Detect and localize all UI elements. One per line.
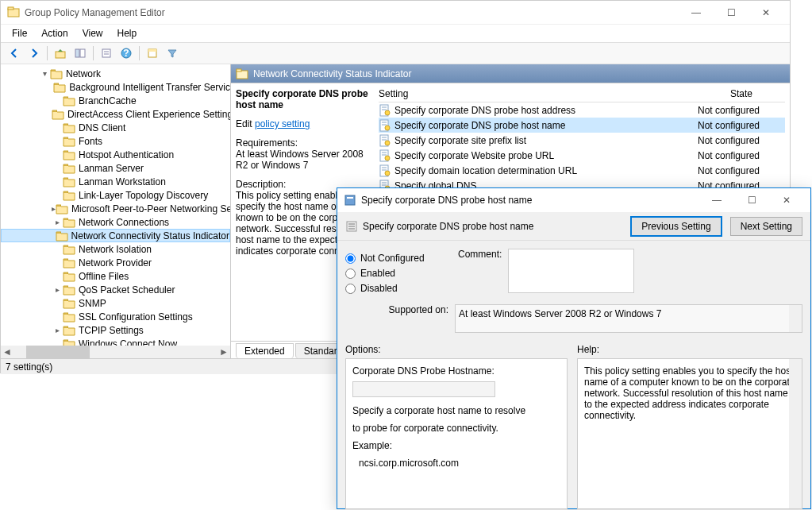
tree-item[interactable]: ▸Network Connections bbox=[1, 215, 230, 229]
comment-label: Comment: bbox=[458, 249, 502, 298]
show-hide-button[interactable] bbox=[71, 44, 89, 62]
svg-rect-2 bbox=[56, 52, 65, 58]
tree-item[interactable]: DNS Client bbox=[1, 121, 230, 134]
tree-item[interactable]: Link-Layer Topology Discovery bbox=[1, 188, 230, 202]
tree-item[interactable]: ▸Microsoft Peer-to-Peer Networking Se bbox=[1, 202, 230, 215]
scroll-left-icon[interactable]: ◄ bbox=[1, 346, 13, 358]
minimize-button[interactable]: — bbox=[679, 1, 714, 25]
grid-row[interactable]: Specify corporate DNS probe host nameNot… bbox=[379, 118, 785, 133]
tree-item[interactable]: SNMP bbox=[1, 296, 230, 310]
tree-root[interactable]: ▾Network bbox=[1, 67, 230, 80]
tree-scrollbar-h[interactable]: ◄ ► bbox=[1, 346, 230, 358]
scroll-thumb[interactable] bbox=[26, 346, 90, 358]
options-label: Options: bbox=[345, 344, 568, 355]
tree-item[interactable]: Background Intelligent Transfer Servic bbox=[1, 80, 230, 94]
svg-text:?: ? bbox=[123, 48, 129, 59]
svg-rect-5 bbox=[102, 49, 110, 57]
help-text: This policy setting enables you to speci… bbox=[584, 365, 795, 421]
radio-not-configured[interactable]: Not Configured bbox=[345, 253, 448, 264]
help-button[interactable]: ? bbox=[117, 44, 135, 62]
radio-disabled[interactable]: Disabled bbox=[345, 283, 448, 294]
tree-item[interactable]: Fonts bbox=[1, 134, 230, 148]
all-settings-button[interactable] bbox=[144, 44, 161, 62]
dialog-close-button[interactable]: ✕ bbox=[769, 188, 804, 212]
previous-setting-button[interactable]: Previous Setting bbox=[630, 216, 722, 237]
toolbar: ? bbox=[1, 42, 790, 64]
back-button[interactable] bbox=[6, 44, 23, 62]
forward-button[interactable] bbox=[25, 44, 43, 62]
filter-button[interactable] bbox=[164, 44, 181, 62]
tab-extended[interactable]: Extended bbox=[236, 343, 294, 358]
tree-item[interactable]: BranchCache bbox=[1, 94, 230, 107]
policy-dialog: Specify corporate DNS probe host name — … bbox=[337, 187, 811, 509]
grid-row[interactable]: Specify corporate site prefix listNot co… bbox=[379, 133, 785, 148]
svg-rect-1 bbox=[8, 7, 13, 10]
supported-scrollbar[interactable] bbox=[789, 305, 802, 332]
dialog-titlebar: Specify corporate DNS probe host name — … bbox=[337, 188, 810, 212]
comment-textarea[interactable] bbox=[508, 249, 634, 293]
svg-rect-43 bbox=[347, 197, 353, 199]
help-box: This policy setting enables you to speci… bbox=[577, 358, 802, 509]
col-state[interactable]: State bbox=[698, 88, 785, 99]
app-icon bbox=[7, 6, 20, 19]
svg-point-33 bbox=[385, 171, 390, 176]
grid-row[interactable]: Specify corporate DNS probe host address… bbox=[379, 102, 785, 118]
tree-item[interactable]: Network Connectivity Status Indicator bbox=[1, 229, 230, 242]
tree-item[interactable]: Network Provider bbox=[1, 256, 230, 269]
tree-item[interactable]: ▸QoS Packet Scheduler bbox=[1, 283, 230, 296]
tree-item[interactable]: DirectAccess Client Experience Setting bbox=[1, 107, 230, 121]
tree-item[interactable]: Lanman Workstation bbox=[1, 175, 230, 188]
menu-action[interactable]: Action bbox=[35, 26, 74, 41]
tree-item[interactable]: Lanman Server bbox=[1, 161, 230, 175]
options-box: Corporate DNS Probe Hostname: Specify a … bbox=[345, 358, 568, 509]
dialog-icon bbox=[344, 194, 356, 207]
properties-button[interactable] bbox=[98, 44, 115, 62]
edit-policy-link[interactable]: policy setting bbox=[255, 118, 310, 129]
svg-point-17 bbox=[385, 110, 390, 115]
svg-rect-3 bbox=[75, 49, 79, 57]
tree-panel: ▾NetworkBackground Intelligent Transfer … bbox=[1, 64, 231, 358]
dialog-minimize-button[interactable]: — bbox=[699, 188, 734, 212]
state-radios: Not Configured Enabled Disabled bbox=[345, 249, 448, 298]
dialog-maximize-button[interactable]: ☐ bbox=[734, 188, 769, 212]
status-text: 7 setting(s) bbox=[6, 361, 52, 373]
tree-item[interactable]: ▸TCPIP Settings bbox=[1, 323, 230, 337]
comment-scrollbar[interactable] bbox=[790, 249, 802, 298]
titlebar: Group Policy Management Editor — ☐ ✕ bbox=[1, 1, 790, 25]
policy-icon bbox=[345, 220, 358, 233]
supported-text: At least Windows Server 2008 R2 or Windo… bbox=[459, 308, 661, 319]
hostname-input[interactable] bbox=[352, 381, 495, 397]
menu-file[interactable]: File bbox=[6, 26, 33, 41]
tree-item[interactable]: Offline Files bbox=[1, 269, 230, 283]
grid-row[interactable]: Specify corporate Website probe URLNot c… bbox=[379, 148, 785, 163]
help-label: Help: bbox=[577, 344, 802, 355]
tree-item[interactable]: Windows Connect Now bbox=[1, 337, 230, 346]
svg-rect-13 bbox=[237, 69, 241, 71]
tree[interactable]: ▾NetworkBackground Intelligent Transfer … bbox=[1, 64, 230, 346]
tree-item[interactable]: SSL Configuration Settings bbox=[1, 310, 230, 323]
tree-item[interactable]: Hotspot Authentication bbox=[1, 148, 230, 161]
tree-item[interactable]: Network Isolation bbox=[1, 242, 230, 256]
details-header: Network Connectivity Status Indicator bbox=[231, 64, 790, 83]
maximize-button[interactable]: ☐ bbox=[714, 1, 749, 25]
scroll-right-icon[interactable]: ► bbox=[217, 346, 230, 358]
setting-name: Specify corporate DNS probe host name bbox=[236, 88, 371, 110]
svg-point-21 bbox=[385, 126, 390, 130]
svg-rect-11 bbox=[148, 49, 156, 52]
svg-point-29 bbox=[385, 156, 390, 160]
supported-label: Supported on: bbox=[345, 304, 448, 315]
menu-view[interactable]: View bbox=[76, 26, 110, 41]
next-setting-button[interactable]: Next Setting bbox=[730, 217, 802, 236]
menu-help[interactable]: Help bbox=[111, 26, 144, 41]
window-title: Group Policy Management Editor bbox=[25, 7, 679, 18]
grid-row[interactable]: Specify domain location determination UR… bbox=[379, 163, 785, 178]
dialog-title: Specify corporate DNS probe host name bbox=[361, 195, 699, 206]
col-setting[interactable]: Setting bbox=[379, 88, 698, 99]
hostname-label: Corporate DNS Probe Hostname: bbox=[352, 365, 560, 377]
close-button[interactable]: ✕ bbox=[749, 1, 783, 25]
radio-enabled[interactable]: Enabled bbox=[345, 268, 448, 279]
dialog-heading: Specify corporate DNS probe host name bbox=[363, 221, 533, 232]
help-scrollbar[interactable] bbox=[789, 359, 802, 508]
menubar: File Action View Help bbox=[1, 25, 790, 42]
up-button[interactable] bbox=[52, 44, 69, 62]
